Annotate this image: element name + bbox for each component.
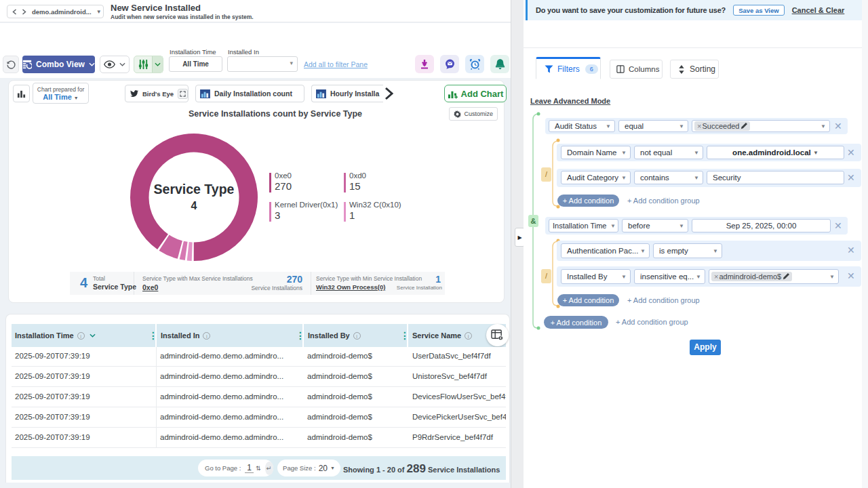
- svg-text:4: 4: [191, 200, 197, 211]
- svg-text:Service Type: Service Type: [154, 182, 235, 197]
